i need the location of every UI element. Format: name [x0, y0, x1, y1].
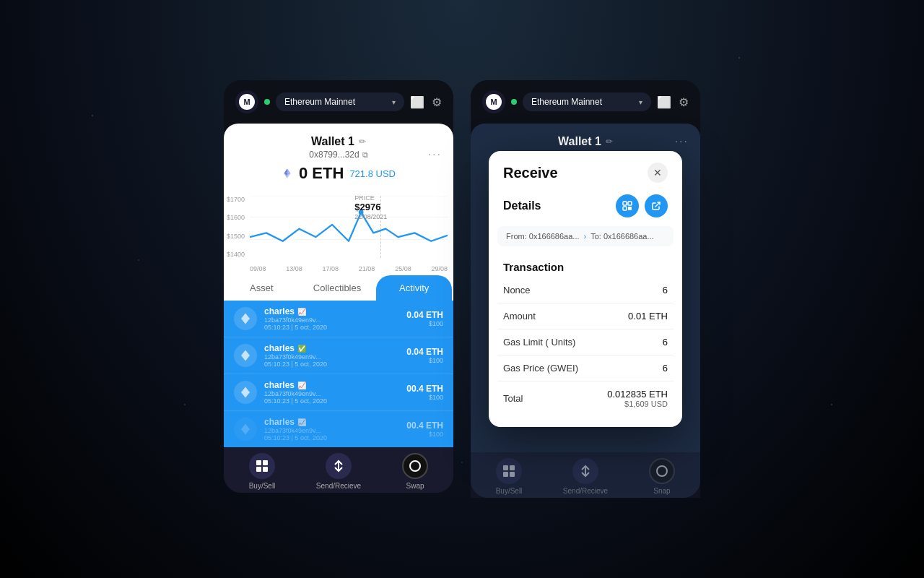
buysell-icon-right — [496, 458, 522, 484]
activity-status-1: 📈 — [297, 308, 306, 316]
wallet-address-left: 0x8799...32d ⧉ — [235, 150, 442, 160]
wallet-header-left: M Ethereum Mainnet ▾ ⬜ ⚙ — [224, 80, 453, 124]
nav-sendreceive[interactable]: Send/Recieve — [300, 453, 377, 490]
activity-item-1[interactable]: charles 📈 12ba73f0k49en9v... 05:10:23 | … — [224, 301, 453, 337]
tab-activity[interactable]: Activity — [376, 275, 452, 301]
svg-rect-28 — [628, 202, 632, 205]
wallet-title-row: Wallet 1 ✏ — [235, 135, 442, 148]
activity-amount-3: 00.4 ETH $100 — [406, 384, 443, 401]
modal-details-row: Details — [489, 189, 682, 226]
svg-rect-30 — [628, 207, 632, 210]
activity-name-row-1: charles 📈 — [264, 306, 399, 316]
sendreceive-icon-right — [572, 458, 598, 484]
tx-label-amount: Amount — [503, 311, 536, 322]
from-address: From: 0x166686aa... — [506, 232, 580, 241]
x-label-2908: 29/08 — [431, 265, 448, 272]
chart-svg — [250, 196, 448, 262]
transaction-label: Transaction — [489, 252, 682, 277]
activity-usd-1: $100 — [406, 320, 443, 327]
wallets-container: M Ethereum Mainnet ▾ ⬜ ⚙ Wallet 1 ✏ ··· — [224, 80, 700, 498]
y-label-1700: $1700 — [227, 196, 245, 203]
wallet-balance-left: 0 ETH 721.8 USD — [235, 164, 442, 183]
activity-hash-4: 12ba73f0k49en9v... — [264, 427, 351, 434]
tx-value-gasprice: 6 — [663, 363, 668, 374]
swap-label-right: Snap — [653, 487, 670, 495]
balance-eth-left: 0 ETH — [299, 164, 344, 183]
more-options-right[interactable]: ··· — [675, 135, 689, 148]
edit-icon-right[interactable]: ✏ — [606, 137, 613, 147]
nav-sendreceive-right: Send/Recieve — [547, 458, 624, 495]
balance-usd-left: 721.8 USD — [349, 168, 396, 179]
activity-name-2: charles — [264, 343, 295, 353]
activity-meta-4: 05:10:23 | 5 oct, 2020 — [264, 434, 399, 441]
buysell-label: Buy/Sell — [249, 482, 276, 490]
svg-rect-24 — [510, 472, 515, 477]
settings-icon[interactable]: ⚙ — [432, 95, 442, 109]
eth-diamond-icon-3 — [239, 386, 252, 399]
bottom-nav-right: Buy/Sell Send/Recie — [471, 452, 700, 498]
tx-value-total: 0.012835 ETH $1,609 USD — [607, 389, 668, 408]
wallet-card-left: M Ethereum Mainnet ▾ ⬜ ⚙ Wallet 1 ✏ ··· — [224, 80, 453, 493]
tx-label-gaslimit: Gas Limit ( Units) — [503, 337, 575, 348]
svg-rect-22 — [510, 465, 515, 470]
header-icons-left: ⬜ ⚙ — [410, 95, 442, 109]
y-label-1500: $1500 — [227, 233, 245, 240]
network-selector-left[interactable]: Ethereum Mainnet ▾ — [276, 92, 404, 111]
svg-rect-29 — [623, 207, 627, 210]
svg-rect-27 — [623, 202, 627, 205]
tx-label-nonce: Nonce — [503, 285, 531, 296]
activity-name-4: charles — [264, 417, 295, 427]
connection-status-dot — [264, 99, 270, 105]
tx-row-gasprice: Gas Price (GWEI) 6 — [497, 355, 674, 381]
edit-icon[interactable]: ✏ — [359, 137, 366, 147]
svg-point-26 — [657, 466, 667, 476]
svg-marker-12 — [241, 350, 250, 361]
external-link-button[interactable] — [645, 194, 668, 217]
more-options-icon[interactable]: ··· — [428, 148, 442, 161]
wallet-tabs: Asset Collectibles Activity — [224, 275, 453, 301]
qr-code-button[interactable] — [616, 194, 639, 217]
chart-x-labels: 09/08 13/08 17/08 21/08 25/08 29/08 — [250, 265, 448, 272]
receive-modal: Receive ✕ Details — [489, 151, 682, 427]
chevron-down-icon: ▾ — [392, 98, 396, 106]
activity-hash-2: 12ba73f0k49en9v... — [264, 353, 351, 361]
activity-item-2[interactable]: charles ✅ 12ba73f0k49en9v... 05:10:23 | … — [224, 337, 453, 374]
eth-diamond-icon-2 — [239, 349, 252, 362]
x-label-0908: 09/08 — [250, 265, 266, 272]
tx-row-gaslimit: Gas Limit ( Units) 6 — [497, 329, 674, 355]
network-selector-right[interactable]: Ethereum Mainnet ▾ — [523, 92, 651, 111]
tab-collectibles[interactable]: Collectibles — [300, 275, 375, 301]
copy-icon[interactable]: ⧉ — [362, 150, 368, 160]
transaction-table: Nonce 6 Amount 0.01 ETH Gas Limit ( Unit… — [489, 277, 682, 427]
tx-value-amount: 0.01 ETH — [628, 311, 668, 322]
screen-icon-right[interactable]: ⬜ — [657, 95, 671, 109]
activity-item-3[interactable]: charles 📈 12ba73f0k49en9v... 05:10:23 | … — [224, 374, 453, 411]
sendreceive-label-right: Send/Recieve — [563, 487, 608, 495]
modal-close-button[interactable]: ✕ — [648, 163, 668, 183]
svg-marker-13 — [241, 387, 250, 398]
tx-value-gaslimit: 6 — [663, 337, 668, 348]
wallet-info-left: Wallet 1 ✏ ··· 0x8799...32d ⧉ — [224, 124, 453, 189]
nav-buysell[interactable]: Buy/Sell — [224, 453, 300, 490]
svg-rect-18 — [263, 467, 268, 472]
details-icons — [616, 194, 668, 217]
activity-hash-1: 12ba73f0k49en9v... — [264, 316, 351, 324]
wallet-title-row-right: Wallet 1 ✏ — [482, 135, 689, 148]
activity-amount-4: 00.4 ETH $100 — [406, 420, 443, 438]
tx-row-nonce: Nonce 6 — [497, 277, 674, 303]
tab-asset[interactable]: Asset — [224, 275, 300, 301]
wallet-name-right: Wallet 1 — [558, 135, 601, 148]
activity-eth-4: 00.4 ETH — [406, 420, 443, 431]
details-label: Details — [503, 199, 541, 212]
network-name-left: Ethereum Mainnet — [284, 97, 355, 107]
activity-info-1: charles 📈 12ba73f0k49en9v... 05:10:23 | … — [264, 306, 399, 331]
settings-icon-right[interactable]: ⚙ — [679, 95, 689, 109]
activity-avatar-2 — [234, 344, 257, 367]
sendreceive-icon — [326, 453, 352, 479]
buysell-icon — [249, 453, 275, 479]
modal-title: Receive — [503, 165, 558, 181]
screen-icon[interactable]: ⬜ — [410, 95, 424, 109]
bottom-nav-right-inner: Buy/Sell Send/Recie — [471, 452, 700, 498]
activity-item-4[interactable]: charles 📈 12ba73f0k49en9v... 05:10:23 | … — [224, 411, 453, 447]
nav-swap[interactable]: Swap — [377, 453, 453, 490]
